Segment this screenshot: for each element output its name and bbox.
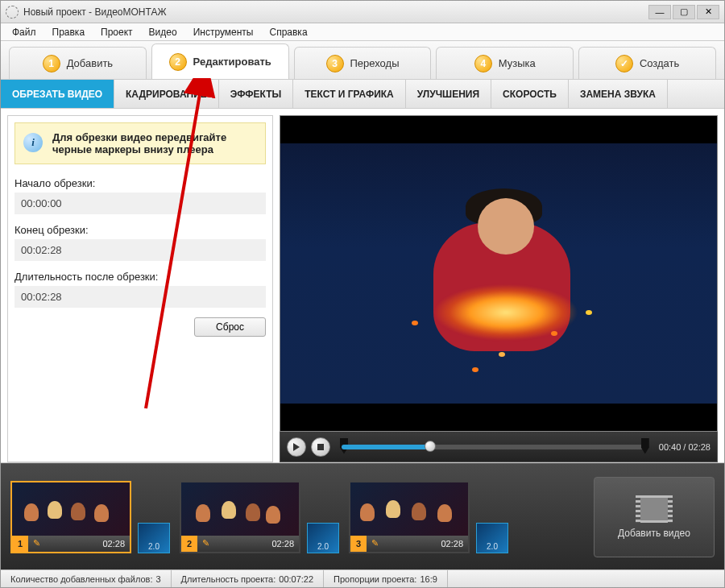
step-2-icon: 2 xyxy=(169,53,187,71)
stop-icon xyxy=(317,443,325,451)
status-aspect-label: Пропорции проекта: xyxy=(334,574,416,584)
menu-project[interactable]: Проект xyxy=(94,25,139,39)
pencil-icon[interactable]: ✎ xyxy=(28,538,44,549)
step-music[interactable]: 4 Музыка xyxy=(436,47,574,79)
subtabs: ОБРЕЗАТЬ ВИДЕО КАДРИРОВАНИЕ ЭФФЕКТЫ ТЕКС… xyxy=(1,80,724,109)
status-duration: Длительность проекта: 00:07:22 xyxy=(172,570,325,587)
subtab-crop[interactable]: КАДРИРОВАНИЕ xyxy=(114,80,219,108)
status-aspect-value: 16:9 xyxy=(420,574,437,584)
step-create[interactable]: ✓ Создать xyxy=(578,47,716,79)
step-1-icon: 1 xyxy=(43,55,60,72)
transition-duration: 2.0 xyxy=(317,542,329,551)
seek-track[interactable] xyxy=(342,445,648,449)
pencil-icon[interactable]: ✎ xyxy=(367,538,383,549)
add-video-button[interactable]: Добавить видео xyxy=(594,477,715,557)
close-button[interactable]: ✕ xyxy=(697,5,719,19)
play-button[interactable] xyxy=(287,437,306,457)
status-files: Количество добавленных файлов: 3 xyxy=(1,570,172,587)
clip-1[interactable]: 1 ✎ 02:28 xyxy=(10,481,131,553)
menu-video[interactable]: Видео xyxy=(143,25,184,39)
time-display: 00:40 / 02:28 xyxy=(659,442,710,452)
hint-box: i Для обрезки видео передвигайте черные … xyxy=(14,122,266,164)
subtab-effects[interactable]: ЭФФЕКТЫ xyxy=(219,80,293,108)
trim-start-label: Начало обрезки: xyxy=(14,177,266,189)
trim-dur-value: 00:02:28 xyxy=(14,286,266,308)
clip-duration: 02:28 xyxy=(213,539,299,549)
clip-duration: 02:28 xyxy=(44,539,130,549)
subtab-enhance[interactable]: УЛУЧШЕНИЯ xyxy=(406,80,491,108)
status-aspect: Пропорции проекта: 16:9 xyxy=(324,570,448,587)
transition-1[interactable]: 2.0 xyxy=(138,523,170,553)
step-3-icon: 3 xyxy=(326,55,344,72)
add-video-label: Добавить видео xyxy=(618,528,690,539)
video-preview[interactable] xyxy=(280,115,718,432)
check-icon: ✓ xyxy=(615,55,633,72)
film-icon xyxy=(638,495,670,523)
subtab-text[interactable]: ТЕКСТ И ГРАФИКА xyxy=(293,80,405,108)
seek-thumb[interactable] xyxy=(425,441,436,452)
clip-duration: 02:28 xyxy=(383,539,468,549)
seek-fill xyxy=(342,445,427,449)
status-files-value: 3 xyxy=(155,574,160,584)
transition-3[interactable]: 2.0 xyxy=(476,523,508,553)
step-label: Добавить xyxy=(67,57,113,69)
trim-end-value[interactable]: 00:02:28 xyxy=(14,239,266,261)
status-duration-label: Длительность проекта: xyxy=(181,574,276,584)
menu-edit[interactable]: Правка xyxy=(46,25,92,39)
clip-index: 3 xyxy=(350,536,367,552)
menubar: Файл Правка Проект Видео Инструменты Спр… xyxy=(1,23,724,41)
menu-tools[interactable]: Инструменты xyxy=(187,25,260,39)
step-edit[interactable]: 2 Редактировать xyxy=(151,43,289,79)
clip-index: 1 xyxy=(12,536,28,552)
play-icon xyxy=(292,443,300,451)
svg-marker-0 xyxy=(293,443,300,451)
step-label: Создать xyxy=(640,57,679,69)
trim-panel: i Для обрезки видео передвигайте черные … xyxy=(7,115,273,462)
titlebar: Новый проект - ВидеоМОНТАЖ — ▢ ✕ xyxy=(1,1,724,23)
clip-2[interactable]: 2 ✎ 02:28 xyxy=(180,481,300,553)
stop-button[interactable] xyxy=(311,437,330,457)
clip-3[interactable]: 3 ✎ 02:28 xyxy=(349,481,470,553)
status-files-label: Количество добавленных файлов: xyxy=(10,574,152,584)
subtab-audio[interactable]: ЗАМЕНА ЗВУКА xyxy=(569,80,668,108)
info-icon: i xyxy=(23,133,43,152)
hint-text: Для обрезки видео передвигайте черные ма… xyxy=(52,131,226,155)
trim-start-value[interactable]: 00:00:00 xyxy=(14,193,266,214)
timeline: 1 ✎ 02:28 2.0 2 ✎ 02:28 2.0 xyxy=(1,463,724,569)
transition-duration: 2.0 xyxy=(487,542,498,551)
step-label: Редактировать xyxy=(193,56,271,68)
status-duration-value: 00:07:22 xyxy=(279,574,313,584)
pencil-icon[interactable]: ✎ xyxy=(197,538,213,549)
trim-end-marker[interactable] xyxy=(641,438,649,454)
svg-rect-1 xyxy=(317,444,324,450)
menu-file[interactable]: Файл xyxy=(6,25,43,39)
app-icon xyxy=(6,6,19,19)
minimize-button[interactable]: — xyxy=(648,5,671,19)
step-4-icon: 4 xyxy=(474,55,492,72)
maximize-button[interactable]: ▢ xyxy=(673,5,695,19)
preview-panel: 00:40 / 02:28 xyxy=(280,115,718,462)
trim-end-label: Конец обрезки: xyxy=(14,224,266,236)
menu-help[interactable]: Справка xyxy=(263,25,313,39)
steps-bar: 1 Добавить 2 Редактировать 3 Переходы 4 … xyxy=(1,41,724,80)
transition-2[interactable]: 2.0 xyxy=(307,523,339,553)
transition-duration: 2.0 xyxy=(148,542,160,551)
subtab-speed[interactable]: СКОРОСТЬ xyxy=(491,80,569,108)
clip-index: 2 xyxy=(181,536,197,552)
player-bar: 00:40 / 02:28 xyxy=(280,432,718,462)
trim-dur-label: Длительность после обрезки: xyxy=(14,271,266,283)
step-add[interactable]: 1 Добавить xyxy=(9,47,147,79)
step-label: Переходы xyxy=(350,57,400,69)
subtab-trim[interactable]: ОБРЕЗАТЬ ВИДЕО xyxy=(1,80,114,108)
window-title: Новый проект - ВидеоМОНТАЖ xyxy=(23,6,648,18)
step-transitions[interactable]: 3 Переходы xyxy=(294,47,432,79)
reset-button[interactable]: Сброс xyxy=(194,317,266,337)
step-label: Музыка xyxy=(499,57,536,69)
statusbar: Количество добавленных файлов: 3 Длитель… xyxy=(1,569,724,587)
